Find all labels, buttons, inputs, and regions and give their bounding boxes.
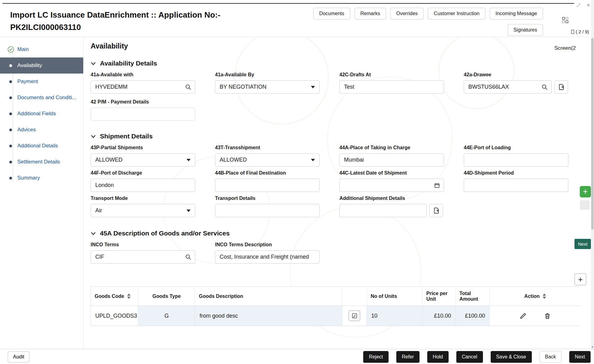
- sidebar-item-label: Summary: [17, 175, 40, 181]
- documents-button[interactable]: Documents: [313, 8, 350, 19]
- search-icon[interactable]: [541, 84, 548, 90]
- section-title: Availability Details: [100, 60, 157, 67]
- search-icon[interactable]: [185, 254, 192, 260]
- sort-icon[interactable]: [543, 294, 546, 299]
- sidebar-item-availability[interactable]: Availability: [0, 57, 83, 74]
- close-icon[interactable]: ✕: [586, 2, 590, 8]
- sidebar-item-label: Settlement Details: [17, 159, 60, 165]
- payment-details-row: 42 P/M - Payment Details: [91, 99, 591, 121]
- incoming-message-button[interactable]: Incoming Message: [490, 8, 543, 19]
- cancel-button[interactable]: Cancel: [456, 351, 483, 363]
- calendar-icon[interactable]: [434, 182, 440, 188]
- signatures-button[interactable]: Signatures: [508, 24, 543, 36]
- step-dot-icon: [9, 177, 12, 180]
- step-dot-icon: [9, 64, 12, 67]
- transshipment-value: ALLOWED: [220, 157, 247, 163]
- section-header-availability-details[interactable]: Availability Details: [91, 60, 591, 67]
- section-header-shipment-details[interactable]: Shipment Details: [91, 133, 591, 140]
- additional-shipment-input[interactable]: [339, 204, 427, 217]
- sidebar-item-summary[interactable]: Summary: [0, 170, 83, 186]
- sidebar-item-settlement-details[interactable]: Settlement Details: [0, 154, 83, 170]
- header: Import LC Issuance DataEnrichment :: App…: [0, 4, 591, 37]
- sidebar-item-payment[interactable]: Payment: [0, 74, 83, 90]
- chevron-down-icon: [311, 159, 315, 161]
- latest-shipment-date-input[interactable]: [339, 179, 444, 192]
- port-discharge-input[interactable]: [91, 179, 195, 192]
- available-by-select[interactable]: BY NEGOTIATION: [215, 80, 320, 94]
- document-export-icon: [558, 83, 565, 91]
- customer-instruction-button[interactable]: Customer Instruction: [428, 8, 485, 19]
- apps-grid-icon[interactable]: [562, 17, 569, 25]
- drawee-input[interactable]: [464, 80, 552, 94]
- sidebar-item-additional-fields[interactable]: Additional Fields: [0, 106, 83, 122]
- back-button[interactable]: Back: [540, 351, 562, 363]
- remarks-button[interactable]: Remarks: [355, 8, 386, 19]
- column-header-goods-code[interactable]: Goods Code: [91, 287, 138, 306]
- transport-mode-select[interactable]: Air: [91, 204, 195, 217]
- sort-icon[interactable]: [127, 294, 131, 299]
- vertical-scrollbar[interactable]: ▼: [591, 0, 594, 349]
- edit-description-button[interactable]: [349, 311, 360, 321]
- edit-row-icon[interactable]: [519, 312, 527, 320]
- transport-mode-value: Air: [95, 207, 102, 214]
- page-title: Availability: [91, 42, 580, 50]
- inco-terms-input[interactable]: [91, 250, 195, 264]
- hold-button[interactable]: Hold: [427, 351, 449, 363]
- screen-indicator: Screen(2: [554, 45, 576, 51]
- save-close-button[interactable]: Save & Close: [491, 351, 532, 363]
- partial-shipments-label: 43P-Partial Shipments: [91, 145, 195, 150]
- cell-no-of-units: 10: [367, 306, 423, 326]
- add-goods-row-button[interactable]: +: [575, 273, 586, 285]
- window-controls: ⤢ ✕: [576, 2, 590, 8]
- available-by-label: 41a-Available By: [215, 72, 320, 78]
- floating-next-button[interactable]: Next: [575, 239, 591, 249]
- section-header-goods-description[interactable]: 45A Description of Goods and/or Services: [91, 230, 591, 237]
- port-loading-input[interactable]: [464, 153, 568, 167]
- field-transshipment: 43T-Transshipment ALLOWED: [215, 145, 320, 167]
- sidebar-item-label: Main: [17, 46, 29, 53]
- chevron-down-icon: [311, 86, 315, 88]
- reject-button[interactable]: Reject: [363, 351, 388, 363]
- final-destination-input[interactable]: [215, 179, 320, 192]
- step-dot-icon: [9, 161, 12, 163]
- column-label: Price per Unit: [426, 291, 452, 302]
- delete-row-icon[interactable]: [544, 312, 551, 320]
- step-dot-icon: [9, 129, 12, 131]
- audit-button[interactable]: Audit: [8, 351, 29, 362]
- stage-pager: ( 2 / 9): [571, 29, 589, 34]
- transshipment-label: 43T-Transshipment: [215, 145, 320, 150]
- transport-details-input[interactable]: [215, 204, 320, 217]
- column-header-action[interactable]: Action: [490, 287, 581, 306]
- scrollbar-down-arrow-icon[interactable]: ▼: [591, 345, 594, 349]
- collapsed-panel-handle[interactable]: [580, 200, 590, 210]
- payment-details-input[interactable]: [91, 108, 195, 121]
- refer-button[interactable]: Refer: [396, 351, 420, 363]
- drawee-details-button[interactable]: [554, 80, 568, 94]
- additional-shipment-details-button[interactable]: [429, 204, 443, 217]
- column-header-goods-type: Goods Type: [138, 287, 195, 306]
- cell-goods-code: UPLD_GOODS3: [91, 306, 138, 326]
- drafts-at-input[interactable]: [339, 80, 444, 94]
- add-floating-button[interactable]: +: [580, 186, 591, 197]
- maximize-icon[interactable]: ⤢: [576, 2, 580, 8]
- shipment-period-input[interactable]: [464, 179, 568, 192]
- available-with-input[interactable]: [91, 80, 195, 94]
- sidebar-item-main[interactable]: Main: [0, 41, 83, 57]
- cell-goods-type: G: [138, 306, 195, 326]
- transshipment-select[interactable]: ALLOWED: [215, 153, 320, 167]
- field-additional-shipment-details: Additional Shipment Details: [339, 196, 444, 217]
- scrollbar-thumb[interactable]: [591, 38, 594, 230]
- search-icon[interactable]: [185, 84, 192, 90]
- sidebar-item-additional-details[interactable]: Additional Details: [0, 138, 83, 154]
- column-header-total-amount: Total Amount: [456, 287, 490, 306]
- taking-charge-input[interactable]: [339, 153, 444, 167]
- field-transport-details: Transport Details: [215, 196, 320, 217]
- overrides-button[interactable]: Overrides: [390, 8, 424, 19]
- inco-desc-input[interactable]: [215, 250, 320, 264]
- sidebar-item-advices[interactable]: Advices: [0, 122, 83, 138]
- partial-shipments-select[interactable]: ALLOWED: [91, 153, 195, 167]
- next-button[interactable]: Next: [569, 351, 591, 363]
- sidebar-item-documents-and-conditions[interactable]: Documents and Conditi...: [0, 90, 83, 106]
- sidebar-item-label: Documents and Conditi...: [17, 95, 76, 101]
- sidebar-item-label: Payment: [17, 78, 38, 85]
